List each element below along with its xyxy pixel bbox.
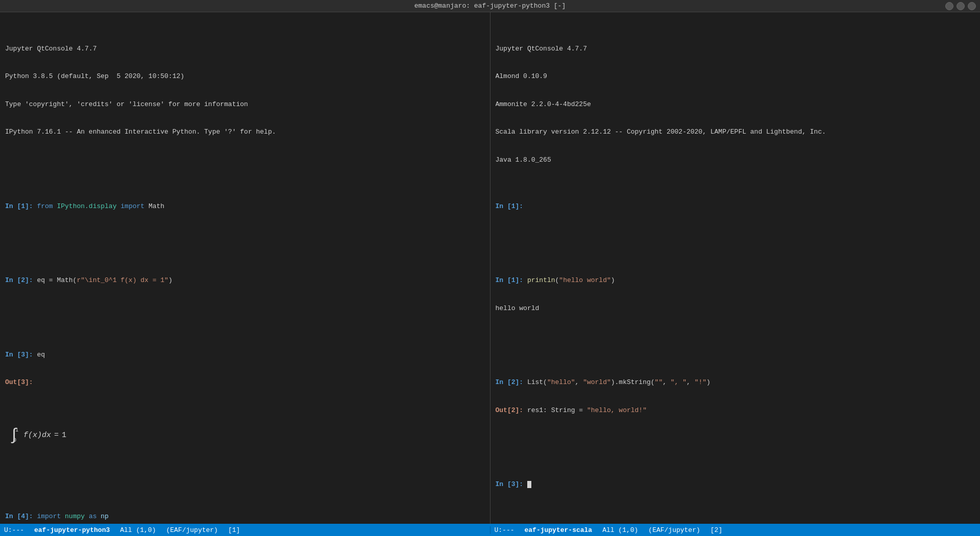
right-cell-1b-in: In [1]: println("hello world") <box>496 276 975 285</box>
status-mode-right-text: U:--- <box>495 526 514 534</box>
status-bar-left: U:--- eaf-jupyter-python3 All (1,0) (EAF… <box>0 526 491 534</box>
right-cell-1-empty: In [1]: <box>496 202 975 211</box>
title-text: emacs@manjaro: eaf-jupyter-python3 [-] <box>414 2 566 10</box>
right-info-line-4: Scala library version 2.12.12 -- Copyrig… <box>496 127 975 137</box>
right-cell-3-in[interactable]: In [3]: <box>496 480 975 489</box>
status-mode-right: U:--- <box>495 526 514 534</box>
window-controls[interactable] <box>945 2 976 10</box>
close-button[interactable] <box>968 2 976 10</box>
left-console-output: Jupyter QtConsole 4.7.7 Python 3.8.5 (de… <box>5 16 485 520</box>
status-bar: U:--- eaf-jupyter-python3 All (1,0) (EAF… <box>0 524 980 536</box>
status-mode2-left-text: (EAF/jupyter) <box>166 526 217 534</box>
status-position-left: All (1,0) <box>120 526 156 534</box>
status-position-left-text: All (1,0) <box>120 526 156 534</box>
maximize-button[interactable] <box>957 2 965 10</box>
left-cell-3-out-label: Out[3]: <box>5 378 485 387</box>
right-info-line-1: Jupyter QtConsole 4.7.7 <box>496 44 975 54</box>
status-mode2-left: (EAF/jupyter) <box>166 526 217 534</box>
minimize-button[interactable] <box>945 2 953 10</box>
status-buffer-left-text: eaf-jupyter-python3 <box>34 526 110 534</box>
right-info-line-2: Almond 0.10.9 <box>496 72 975 81</box>
status-buffer-right: eaf-jupyter-scala <box>525 526 593 534</box>
left-info-line-4: IPython 7.16.1 -- An enhanced Interactiv… <box>5 127 485 137</box>
status-mode-left-text: U:--- <box>4 526 24 534</box>
right-info-line-3: Ammonite 2.2.0-4-4bd225e <box>496 100 975 109</box>
right-cell-1b-out: hello world <box>496 304 975 313</box>
status-mode-left: U:--- <box>4 526 24 534</box>
title-bar: emacs@manjaro: eaf-jupyter-python3 [-] <box>0 0 980 12</box>
status-bufnum-left-text: [1] <box>228 526 240 534</box>
left-info-line-1: Jupyter QtConsole 4.7.7 <box>5 44 485 54</box>
status-buffer-right-text: eaf-jupyter-scala <box>525 526 593 534</box>
status-bar-right: U:--- eaf-jupyter-scala All (1,0) (EAF/j… <box>491 526 981 534</box>
math-render-output: ∫ 1 0 f(x)dx = 1 <box>9 426 485 445</box>
right-info-line-5: Java 1.8.0_265 <box>496 156 975 165</box>
status-position-right: All (1,0) <box>602 526 638 534</box>
main-content: Jupyter QtConsole 4.7.7 Python 3.8.5 (de… <box>0 12 980 524</box>
status-mode2-right: (EAF/jupyter) <box>648 526 700 534</box>
status-bufnum-left: [1] <box>228 526 240 534</box>
left-cell-2-in: In [2]: eq = Math(r"\int_0^1 f(x) dx = 1… <box>5 276 485 285</box>
left-info-line-2: Python 3.8.5 (default, Sep 5 2020, 10:50… <box>5 72 485 81</box>
right-cell-2-in: In [2]: List("hello", "world").mkString(… <box>496 378 975 387</box>
left-cell-1-in: In [1]: from IPython.display import Math <box>5 202 485 211</box>
status-buffer-left: eaf-jupyter-python3 <box>34 526 110 534</box>
right-cell-2-out: Out[2]: res1: String = "hello, world!" <box>496 406 975 415</box>
status-position-right-text: All (1,0) <box>602 526 638 534</box>
right-console-output: Jupyter QtConsole 4.7.7 Almond 0.10.9 Am… <box>496 16 975 520</box>
status-bufnum-right-text: [2] <box>710 526 722 534</box>
right-cursor <box>527 481 531 488</box>
status-mode2-right-text: (EAF/jupyter) <box>648 526 700 534</box>
left-cell-3-in: In [3]: eq <box>5 350 485 360</box>
left-cell-4-in: In [4]: import numpy as np <box>5 512 485 520</box>
left-info-line-3: Type 'copyright', 'credits' or 'license'… <box>5 100 485 109</box>
right-pane[interactable]: Jupyter QtConsole 4.7.7 Almond 0.10.9 Am… <box>491 12 981 524</box>
left-pane[interactable]: Jupyter QtConsole 4.7.7 Python 3.8.5 (de… <box>0 12 491 524</box>
status-bufnum-right: [2] <box>710 526 722 534</box>
